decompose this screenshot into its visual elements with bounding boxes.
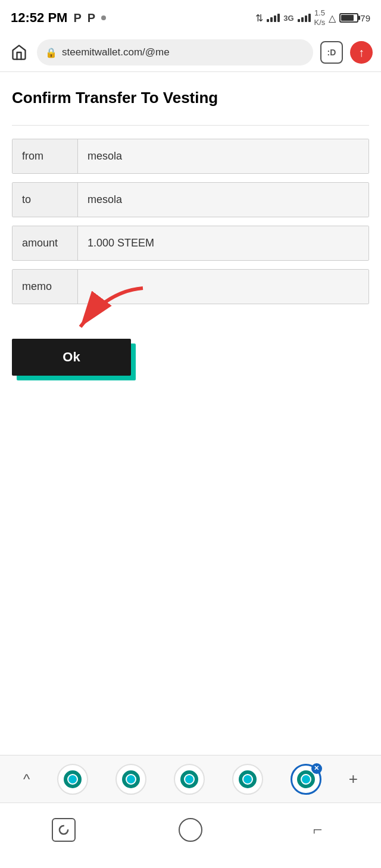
tab-button[interactable]: :D [320, 41, 343, 64]
tab-label: :D [327, 48, 336, 57]
battery-icon [339, 13, 358, 23]
from-value: mesola [78, 139, 368, 173]
speed-display: 1.5K/s [314, 8, 326, 27]
amount-row: amount 1.000 STEEM [12, 226, 369, 261]
browser-tab-1[interactable] [57, 764, 88, 795]
nav-home-button[interactable] [174, 813, 207, 847]
nav-recent-button[interactable]: ⌐ [301, 813, 334, 847]
battery-level: 79 [360, 13, 370, 23]
signal-bars-2 [298, 14, 311, 22]
memo-value [78, 270, 368, 304]
ok-button-wrapper: Ok [12, 339, 131, 376]
tab-favicon-inner-2 [126, 774, 136, 785]
main-content: Confirm Transfer To Vesting from mesola … [0, 72, 381, 388]
status-dot [101, 15, 106, 20]
status-bar: 12:52 PM P P ⇅ 3G 1.5K/s △ 79 [0, 0, 381, 36]
lock-icon: 🔒 [45, 47, 57, 58]
from-label: from [13, 139, 78, 173]
nav-circle-icon [179, 818, 202, 842]
url-text: steemitwallet.com/@me [62, 46, 170, 58]
page-title: Confirm Transfer To Vesting [12, 89, 369, 107]
warning-icon: △ [329, 13, 336, 24]
browser-tab-4[interactable] [232, 764, 263, 795]
browser-tab-2[interactable] [115, 764, 146, 795]
network-type: 3G [283, 14, 293, 23]
upload-arrow-icon: ↑ [358, 46, 364, 60]
nav-recent-icon: ⌐ [313, 820, 322, 839]
tab-favicon-inner-4 [242, 774, 253, 785]
tab-favicon-2 [122, 770, 140, 788]
upload-button[interactable]: ↑ [350, 41, 373, 64]
tab-favicon-3 [180, 770, 198, 788]
signal-bars-1 [267, 14, 280, 22]
p-icon-2: P [88, 11, 95, 25]
to-row: to mesola [12, 182, 369, 217]
memo-row: memo [12, 269, 369, 304]
status-left: 12:52 PM P P [11, 10, 106, 26]
memo-label: memo [13, 270, 78, 304]
add-tab-button[interactable]: + [349, 770, 358, 788]
status-right: ⇅ 3G 1.5K/s △ 79 [255, 8, 370, 27]
battery-fill [341, 15, 354, 21]
address-bar-container: 🔒 steemitwallet.com/@me :D ↑ [0, 36, 381, 71]
tab-favicon-inner-1 [67, 774, 78, 785]
home-button[interactable] [8, 42, 30, 63]
tab-favicon-5 [297, 770, 315, 788]
tabs-chevron-icon[interactable]: ^ [23, 771, 30, 788]
close-tab-icon[interactable]: ✕ [311, 763, 322, 774]
tab-favicon-1 [64, 770, 82, 788]
to-value: mesola [78, 183, 368, 217]
nav-back-button[interactable] [47, 813, 80, 847]
sim-swap-icon: ⇅ [255, 13, 263, 24]
ok-button[interactable]: Ok [12, 339, 131, 376]
browser-tab-5-active[interactable]: ✕ [291, 764, 321, 795]
time-display: 12:52 PM [11, 10, 67, 26]
browser-tab-3[interactable] [174, 764, 205, 795]
to-label: to [13, 183, 78, 217]
tab-favicon-inner-3 [184, 774, 195, 785]
navigation-bar: ⌐ [0, 803, 381, 868]
amount-label: amount [13, 226, 78, 260]
tab-favicon-inner-5 [301, 774, 311, 785]
ok-button-label: Ok [63, 349, 80, 365]
from-row: from mesola [12, 139, 369, 174]
browser-tabs-bar: ^ ✕ + [0, 755, 381, 803]
title-divider [12, 125, 369, 126]
amount-value: 1.000 STEEM [78, 226, 368, 260]
p-icon-1: P [73, 11, 81, 25]
battery-container: 79 [339, 13, 370, 23]
address-bar[interactable]: 🔒 steemitwallet.com/@me [37, 39, 313, 65]
nav-back-icon [52, 818, 76, 842]
tab-favicon-4 [239, 770, 257, 788]
